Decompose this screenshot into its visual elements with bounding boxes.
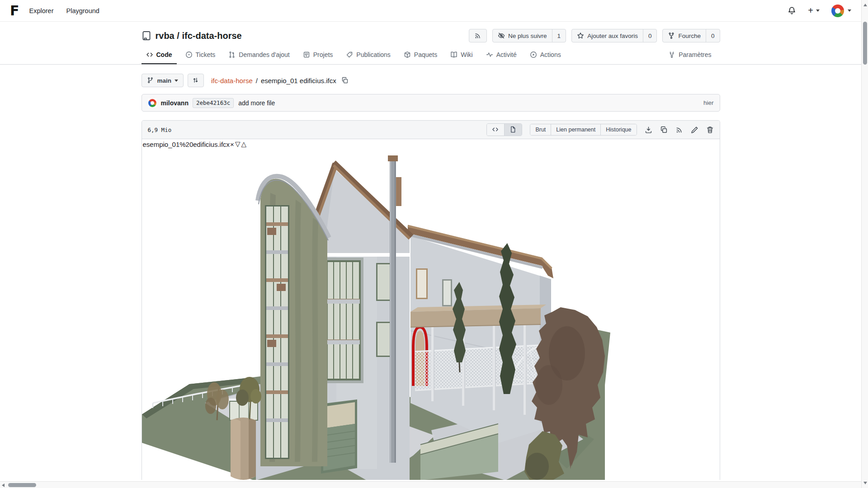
project-board-icon	[303, 51, 310, 58]
history-button[interactable]: Historique	[601, 124, 636, 135]
star-icon	[577, 32, 584, 39]
notifications-bell-icon[interactable]	[788, 6, 796, 15]
tab-label: Wiki	[461, 51, 472, 58]
code-icon	[146, 51, 153, 58]
tab-actions[interactable]: Actions	[525, 47, 566, 64]
tabs-spacer	[570, 47, 664, 64]
compare-button[interactable]	[188, 74, 204, 87]
tab-releases[interactable]: Publications	[341, 47, 395, 64]
download-icon[interactable]	[645, 126, 652, 134]
copy-content-icon[interactable]	[660, 126, 668, 134]
star-label: Ajouter aux favoris	[587, 33, 638, 39]
commit-author-avatar[interactable]	[148, 99, 157, 108]
tab-activity[interactable]: Activité	[481, 47, 521, 64]
horizontal-scrollbar[interactable]	[0, 481, 861, 488]
tab-label: Paquets	[414, 51, 437, 58]
file-header: 6,9 Mio Brut Lien permanent Historique	[142, 121, 720, 139]
commit-author-name[interactable]: milovann	[161, 99, 189, 107]
tab-issues[interactable]: Tickets	[181, 47, 220, 64]
tab-wiki[interactable]: Wiki	[446, 47, 477, 64]
repository-icon	[142, 31, 151, 41]
edit-pencil-icon[interactable]	[691, 126, 698, 134]
chevron-down-icon	[848, 9, 851, 12]
stair-cylinder	[228, 399, 259, 480]
expand-up-icon[interactable]: △	[241, 140, 247, 148]
horizontal-scroll-thumb[interactable]	[8, 483, 36, 487]
source-view-button[interactable]	[487, 124, 505, 136]
breadcrumb-repo-link[interactable]: ifc-data-horse	[211, 77, 253, 84]
breadcrumb-separator: /	[256, 77, 258, 84]
rss-icon[interactable]	[675, 126, 683, 134]
chevron-down-icon	[175, 80, 178, 82]
watch-count[interactable]: 1	[552, 29, 566, 42]
view-mode-group	[486, 123, 522, 136]
rss-button[interactable]	[469, 29, 487, 42]
close-icon[interactable]: ×	[230, 141, 235, 148]
file-navigation-row: main ifc-data-horse / esempio_01 edifici…	[142, 74, 720, 87]
tab-code[interactable]: Code	[142, 47, 177, 64]
tag-icon	[346, 51, 353, 58]
plus-icon: +	[808, 5, 813, 16]
tab-label: Publications	[356, 51, 391, 58]
pull-request-icon	[228, 51, 236, 58]
star-count[interactable]: 0	[643, 29, 657, 42]
tab-packages[interactable]: Paquets	[399, 47, 442, 64]
tab-projects[interactable]: Projets	[298, 47, 338, 64]
3d-model-canvas[interactable]	[142, 150, 720, 480]
issue-icon	[185, 51, 193, 58]
breadcrumb-filename: esempio_01 edificius.ifcx	[261, 77, 336, 84]
tab-settings[interactable]: Paramètres	[664, 47, 716, 64]
rendered-view-button[interactable]	[505, 124, 522, 136]
book-icon	[450, 51, 458, 58]
tab-label: Tickets	[196, 51, 216, 58]
vertical-scrollbar[interactable]	[861, 0, 868, 488]
rss-icon	[474, 32, 481, 39]
fork-label: Fourche	[678, 33, 701, 39]
commit-time: hier	[703, 99, 714, 106]
compare-icon	[192, 77, 199, 84]
repo-tabs-bar: Code Tickets Demandes d'ajout Projets Pu…	[0, 47, 861, 65]
repo-action-buttons: Ne plus suivre 1 Ajouter aux favoris 0	[469, 29, 720, 42]
tab-pull-requests[interactable]: Demandes d'ajout	[224, 47, 294, 64]
star-button[interactable]: Ajouter aux favoris 0	[571, 29, 657, 42]
fork-button[interactable]: Fourche 0	[662, 29, 720, 42]
file-actions-group: Brut Lien permanent Historique	[530, 124, 637, 136]
tower	[258, 176, 329, 466]
permalink-button[interactable]: Lien permanent	[551, 124, 601, 135]
fork-count[interactable]: 0	[706, 29, 720, 42]
model-name: esempio_01%20edificius.ifcx	[143, 141, 230, 148]
top-navbar: F Explorer Playground +	[0, 0, 861, 22]
user-menu[interactable]	[831, 5, 851, 17]
scroll-down-arrow-icon[interactable]	[863, 482, 867, 484]
scroll-left-arrow-icon[interactable]	[2, 483, 5, 487]
commit-hash-link[interactable]: 2ebe42163c	[193, 98, 234, 108]
watch-button[interactable]: Ne plus suivre 1	[492, 29, 566, 42]
file-view-box: 6,9 Mio Brut Lien permanent Historique	[142, 120, 720, 480]
ifc-3d-viewer: esempio_01%20edificius.ifcx×▽△	[142, 139, 720, 480]
delete-trash-icon[interactable]	[706, 126, 714, 134]
latest-commit-bar: milovann 2ebe42163c add more file hier	[142, 94, 720, 112]
copy-path-icon[interactable]	[341, 77, 349, 84]
user-avatar	[831, 5, 844, 17]
vertical-scroll-thumb[interactable]	[863, 22, 867, 65]
branch-selector[interactable]: main	[142, 74, 184, 87]
nav-link-explore[interactable]: Explorer	[29, 7, 54, 14]
code-icon	[492, 126, 499, 133]
eye-off-icon	[498, 32, 505, 39]
create-new-button[interactable]: +	[808, 5, 820, 16]
raw-button[interactable]: Brut	[530, 124, 551, 135]
commit-message[interactable]: add more file	[238, 99, 275, 107]
watch-label: Ne plus suivre	[508, 33, 547, 39]
forgejo-logo[interactable]: F	[10, 4, 19, 18]
tab-label: Paramètres	[679, 51, 711, 58]
branch-name: main	[157, 77, 172, 84]
nav-link-playground[interactable]: Playground	[66, 7, 99, 14]
page: F Explorer Playground + rvba / ifc-data-…	[0, 0, 861, 481]
tab-label: Projets	[313, 51, 333, 58]
navbar-right: +	[788, 5, 851, 17]
repo-header: rvba / ifc-data-horse Ne plus suivre 1	[142, 29, 720, 42]
collapse-down-icon[interactable]: ▽	[235, 140, 241, 148]
scroll-up-arrow-icon[interactable]	[863, 4, 867, 6]
tab-label: Activité	[496, 51, 517, 58]
repo-title[interactable]: rvba / ifc-data-horse	[156, 31, 242, 41]
